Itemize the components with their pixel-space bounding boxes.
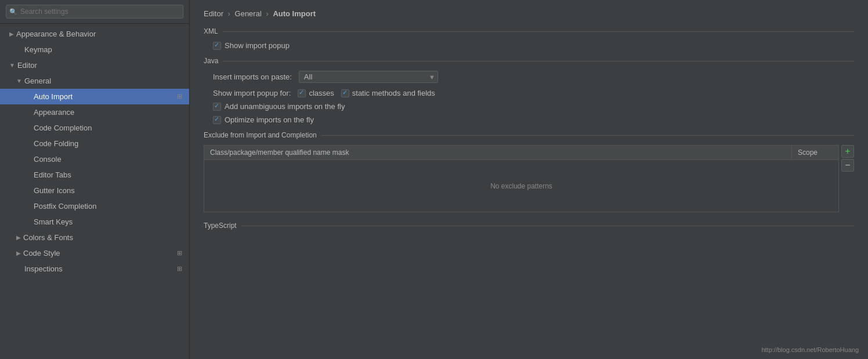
sidebar-item-postfix-completion[interactable]: Postfix Completion	[0, 198, 189, 214]
typescript-section-label: TypeScript	[204, 222, 237, 230]
copy-icon: ⊞	[177, 93, 182, 100]
arrow-icon: ▼	[9, 62, 15, 68]
arrow-icon: ▶	[16, 250, 21, 256]
nav-item-label: Smart Keys	[34, 217, 73, 226]
nav-item-label: Console	[34, 155, 62, 164]
add-unambiguous-checkbox[interactable]	[213, 103, 221, 111]
show-import-popup-text: Show import popup	[225, 41, 290, 50]
sidebar-item-code-folding[interactable]: Code Folding	[0, 136, 189, 151]
nav-item-label: Editor	[17, 61, 37, 70]
nav-item-label: Appearance	[34, 108, 74, 117]
exclude-section-line	[321, 135, 854, 136]
classes-checkbox[interactable]	[298, 89, 306, 97]
insert-imports-select[interactable]: All Ask None	[304, 72, 426, 81]
sidebar-item-appearance[interactable]: Appearance	[0, 104, 189, 120]
static-methods-checkbox[interactable]	[341, 89, 349, 97]
static-methods-pair: static methods and fields	[341, 89, 435, 97]
sidebar-item-keymap[interactable]: Keymap	[0, 42, 189, 57]
nav-item-label: Keymap	[24, 45, 52, 54]
exclude-section-label: Exclude from Import and Completion	[204, 131, 317, 139]
breadcrumb-current: Auto Import	[273, 9, 316, 18]
nav-item-label: Postfix Completion	[34, 202, 96, 211]
exclude-table-body: No exclude patterns	[204, 160, 839, 212]
typescript-section-divider: TypeScript	[204, 222, 854, 230]
sidebar-item-gutter-icons[interactable]: Gutter Icons	[0, 183, 189, 198]
breadcrumb-part-1: Editor	[204, 9, 223, 18]
insert-imports-dropdown-wrap[interactable]: All Ask None ▼	[299, 71, 438, 83]
main-content: Editor › General › Auto Import XML Show …	[190, 0, 868, 359]
exclude-col1-header: Class/package/member qualified name mask	[204, 146, 792, 159]
search-input[interactable]	[6, 5, 183, 19]
java-section-line	[223, 61, 854, 61]
nav-item-label: Auto Import	[34, 92, 73, 101]
show-import-popup-label[interactable]: Show import popup	[213, 41, 290, 50]
sidebar-item-code-completion[interactable]: Code Completion	[0, 120, 189, 136]
java-section-label: Java	[204, 57, 218, 65]
show-import-popup-row: Show import popup	[213, 41, 854, 50]
nav-item-label: Appearance & Behavior	[16, 30, 96, 38]
show-popup-for-label: Show import popup for:	[213, 89, 291, 97]
exclude-col2-header: Scope	[792, 146, 838, 159]
typescript-section-line	[241, 226, 854, 226]
breadcrumb: Editor › General › Auto Import	[204, 9, 854, 18]
arrow-icon: ▶	[16, 234, 21, 241]
nav-item-label: Colors & Fonts	[23, 233, 73, 242]
optimize-imports-row: Optimize imports on the fly	[213, 115, 854, 124]
exclude-wrap: Class/package/member qualified name mask…	[204, 145, 854, 212]
sidebar-item-editor-tabs[interactable]: Editor Tabs	[0, 167, 189, 183]
sidebar-item-general[interactable]: ▼General	[0, 73, 189, 89]
optimize-imports-checkbox[interactable]	[213, 116, 221, 124]
search-icon: 🔍	[9, 8, 17, 16]
copy-icon: ⊞	[177, 249, 182, 257]
xml-section-line	[223, 31, 854, 32]
add-exclude-button[interactable]: +	[841, 145, 854, 158]
nav-item-label: Code Style	[23, 249, 60, 258]
static-methods-label: static methods and fields	[352, 89, 435, 97]
exclude-inner: Class/package/member qualified name mask…	[204, 145, 839, 212]
show-import-popup-checkbox[interactable]	[213, 42, 221, 50]
sidebar-item-appearance-behavior[interactable]: ▶Appearance & Behavior	[0, 26, 189, 42]
nav-tree: ▶Appearance & BehaviorKeymap▼Editor▼Gene…	[0, 24, 189, 359]
nav-item-label: Gutter Icons	[34, 186, 75, 195]
add-unambiguous-row: Add unambiguous imports on the fly	[213, 102, 854, 111]
nav-item-label: Editor Tabs	[34, 171, 71, 179]
insert-imports-row: Insert imports on paste: All Ask None ▼	[213, 71, 854, 83]
breadcrumb-sep-1: ›	[228, 9, 233, 18]
search-box: 🔍	[0, 0, 189, 24]
xml-section-divider: XML	[204, 27, 854, 35]
watermark-text: http://blog.csdn.net/RobertoHuang	[761, 346, 859, 353]
optimize-imports-label[interactable]: Optimize imports on the fly	[213, 115, 314, 124]
breadcrumb-part-2: General	[235, 9, 262, 18]
xml-section-label: XML	[204, 27, 218, 35]
copy-icon: ⊞	[177, 265, 182, 273]
exclude-section-divider: Exclude from Import and Completion	[204, 131, 854, 139]
sidebar-item-editor[interactable]: ▼Editor	[0, 57, 189, 73]
sidebar-item-auto-import[interactable]: Auto Import⊞	[0, 89, 189, 104]
sidebar-item-smart-keys[interactable]: Smart Keys	[0, 214, 189, 230]
exclude-controls: + −	[841, 145, 854, 172]
show-popup-for-row: Show import popup for: classes static me…	[213, 89, 854, 97]
classes-label: classes	[309, 89, 334, 97]
dropdown-arrow-icon: ▼	[429, 74, 435, 81]
sidebar-item-colors-fonts[interactable]: ▶Colors & Fonts	[0, 230, 189, 245]
arrow-icon: ▼	[16, 78, 22, 84]
insert-imports-label: Insert imports on paste:	[213, 72, 292, 81]
breadcrumb-sep-2: ›	[266, 9, 270, 18]
sidebar-item-code-style[interactable]: ▶Code Style⊞	[0, 245, 189, 261]
java-section-divider: Java	[204, 57, 854, 65]
optimize-imports-text: Optimize imports on the fly	[225, 115, 314, 124]
add-unambiguous-label[interactable]: Add unambiguous imports on the fly	[213, 102, 345, 111]
nav-item-label: General	[24, 77, 51, 85]
no-patterns-text: No exclude patterns	[490, 182, 552, 190]
remove-exclude-button[interactable]: −	[841, 159, 854, 172]
sidebar: 🔍 ▶Appearance & BehaviorKeymap▼Editor▼Ge…	[0, 0, 190, 359]
nav-item-label: Inspections	[24, 264, 63, 273]
sidebar-item-inspections[interactable]: Inspections⊞	[0, 261, 189, 277]
arrow-icon: ▶	[9, 31, 14, 37]
exclude-table-header: Class/package/member qualified name mask…	[204, 145, 839, 160]
add-unambiguous-text: Add unambiguous imports on the fly	[225, 102, 345, 111]
nav-item-label: Code Folding	[34, 139, 78, 148]
sidebar-item-console[interactable]: Console	[0, 151, 189, 167]
nav-item-label: Code Completion	[34, 124, 92, 132]
classes-pair: classes	[298, 89, 334, 97]
